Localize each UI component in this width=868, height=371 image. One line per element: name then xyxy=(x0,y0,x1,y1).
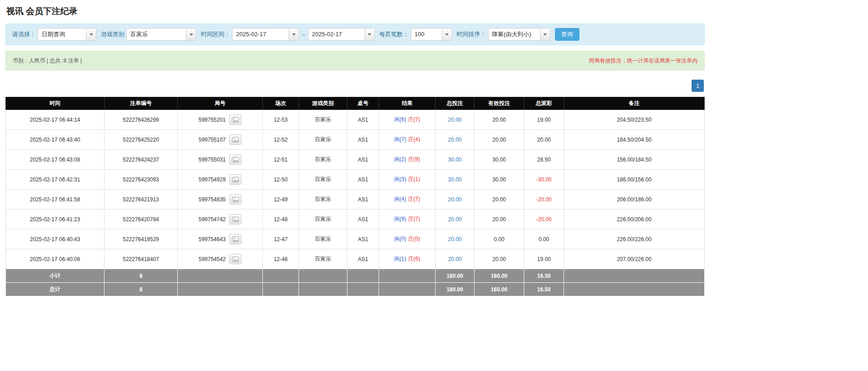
sort-label: 时间排序： xyxy=(457,30,486,38)
cell-result: 闲(9)庄(7) xyxy=(379,209,436,229)
cell-time: 2025-02-17 06:41:23 xyxy=(6,209,104,229)
empty-cell xyxy=(379,269,436,283)
cell-game-type: 百家乐 xyxy=(299,150,347,170)
cell-valid-bet: 20.00 xyxy=(474,249,524,269)
cell-total-bet[interactable]: 30.00 xyxy=(436,170,474,190)
round-id: 599755201 xyxy=(199,117,226,123)
date-to-value: 2025-02-17 xyxy=(308,29,365,40)
cards-icon xyxy=(232,157,239,162)
cell-game-type: 百家乐 xyxy=(299,190,347,209)
records-table: 时间 注单编号 局号 场次 游戏类别 桌号 结果 总投注 有效投注 总派彩 备注… xyxy=(5,97,705,296)
search-button[interactable]: 查询 xyxy=(555,28,579,41)
page-button-1[interactable]: 1 xyxy=(692,80,704,92)
cell-bet-id: 522276425220 xyxy=(104,130,178,150)
cell-round-id: 599755201 xyxy=(178,110,263,130)
empty-cell xyxy=(178,283,263,296)
table-row: 2025-02-17 06:41:23522276420784599754742… xyxy=(6,209,705,229)
total-count: 8 xyxy=(104,283,178,296)
view-cards-button[interactable] xyxy=(229,174,242,185)
cell-valid-bet: 20.00 xyxy=(474,190,524,209)
cell-total-bet[interactable]: 20.00 xyxy=(436,229,474,249)
view-cards-button[interactable] xyxy=(229,134,242,145)
cell-payout: -30.00 xyxy=(524,170,564,190)
cards-icon xyxy=(232,217,239,222)
cell-payout: 19.00 xyxy=(524,110,564,130)
cell-time: 2025-02-17 06:40:43 xyxy=(6,229,104,249)
view-cards-button[interactable] xyxy=(229,214,242,224)
cell-session: 12-52 xyxy=(263,130,299,150)
summary-bar: 币别：人民币 | 总共 :8 注单 | 同局有效投注，统一计算在该局第一张注单内 xyxy=(5,51,705,71)
time-range-label: 时间区间： xyxy=(201,30,230,38)
view-cards-button[interactable] xyxy=(229,114,242,125)
cell-session: 12-53 xyxy=(263,110,299,130)
cell-valid-bet: 30.00 xyxy=(474,150,524,170)
cell-round-id: 599754835 xyxy=(178,190,263,209)
cell-total-bet[interactable]: 20.00 xyxy=(436,249,474,269)
result-banker: 庄(7) xyxy=(408,116,420,123)
cell-round-id: 599755107 xyxy=(178,130,263,150)
cell-payout: 0.00 xyxy=(524,229,564,249)
chevron-down-icon[interactable] xyxy=(186,29,196,40)
subtotal-total-bet: 180.00 xyxy=(436,269,474,283)
cell-table-no: AS1 xyxy=(347,150,379,170)
cell-time: 2025-02-17 06:41:58 xyxy=(6,190,104,209)
sort-select[interactable]: 降冪(由大到小) xyxy=(488,28,550,41)
cards-icon xyxy=(232,197,239,202)
subtotal-payout: 16.50 xyxy=(524,269,564,283)
date-to-select[interactable]: 2025-02-17 xyxy=(308,28,375,41)
cell-bet-id: 522276421913 xyxy=(104,190,178,209)
cell-result: 闲(7)庄(4) xyxy=(379,130,436,150)
view-cards-button[interactable] xyxy=(229,154,242,165)
result-banker: 庄(0) xyxy=(408,236,420,242)
cell-table-no: AS1 xyxy=(347,249,379,269)
query-type-select[interactable]: 日期查询 xyxy=(38,28,96,41)
result-player: 闲(7) xyxy=(394,136,406,143)
game-type-label: 游戏类别 xyxy=(101,30,124,38)
result-banker: 庄(7) xyxy=(408,196,420,202)
cell-total-bet[interactable]: 30.00 xyxy=(436,150,474,170)
cell-bet-id: 522276418407 xyxy=(104,249,178,269)
game-type-select[interactable]: 百家乐 xyxy=(126,28,196,41)
cell-total-bet[interactable]: 20.00 xyxy=(436,190,474,209)
table-row: 2025-02-17 06:41:58522276421913599754835… xyxy=(6,190,705,209)
cell-total-bet[interactable]: 20.00 xyxy=(436,130,474,150)
chevron-down-icon[interactable] xyxy=(442,29,452,40)
date-range-separator: ~ xyxy=(302,31,305,38)
chevron-down-icon[interactable] xyxy=(86,29,96,40)
cell-total-bet[interactable]: 20.00 xyxy=(436,110,474,130)
filter-bar: 请选择： 日期查询 游戏类别 百家乐 时间区间： 2025-02-17 ~ 20… xyxy=(5,24,705,45)
cell-payout: -20.00 xyxy=(524,190,564,209)
result-banker: 庄(6) xyxy=(408,256,420,262)
cell-game-type: 百家乐 xyxy=(299,209,347,229)
total-label: 总计 xyxy=(6,283,104,296)
cell-total-bet[interactable]: 20.00 xyxy=(436,209,474,229)
result-player: 闲(9) xyxy=(394,216,406,222)
view-cards-button[interactable] xyxy=(229,194,242,205)
total-payout: 16.50 xyxy=(524,283,564,296)
date-from-value: 2025-02-17 xyxy=(232,29,289,40)
summary-text: 币别：人民币 | 总共 :8 注单 | xyxy=(13,57,82,65)
empty-cell xyxy=(347,269,379,283)
round-id: 599755107 xyxy=(199,137,226,143)
cell-time: 2025-02-17 06:43:08 xyxy=(6,150,104,170)
page-size-select[interactable]: 100 xyxy=(411,28,452,41)
cell-game-type: 百家乐 xyxy=(299,249,347,269)
cell-time: 2025-02-17 06:42:31 xyxy=(6,170,104,190)
round-id: 599754835 xyxy=(199,196,226,203)
date-from-select[interactable]: 2025-02-17 xyxy=(232,28,299,41)
chevron-down-icon[interactable] xyxy=(289,29,299,40)
empty-cell xyxy=(564,269,705,283)
cell-remark: 207.00/226.00 xyxy=(564,249,705,269)
chevron-down-icon[interactable] xyxy=(365,29,375,40)
cell-bet-id: 522276426299 xyxy=(104,110,178,130)
header-payout: 总派彩 xyxy=(524,97,564,110)
cell-table-no: AS1 xyxy=(347,229,379,249)
cell-session: 12-46 xyxy=(263,249,299,269)
view-cards-button[interactable] xyxy=(229,234,242,244)
total-row: 总计 8 180.00 160.00 16.50 xyxy=(6,283,705,296)
cell-payout: -20.00 xyxy=(524,209,564,229)
view-cards-button[interactable] xyxy=(229,254,242,264)
cell-valid-bet: 30.00 xyxy=(474,170,524,190)
cell-remark: 186.00/156.00 xyxy=(564,170,705,190)
chevron-down-icon[interactable] xyxy=(540,29,550,40)
